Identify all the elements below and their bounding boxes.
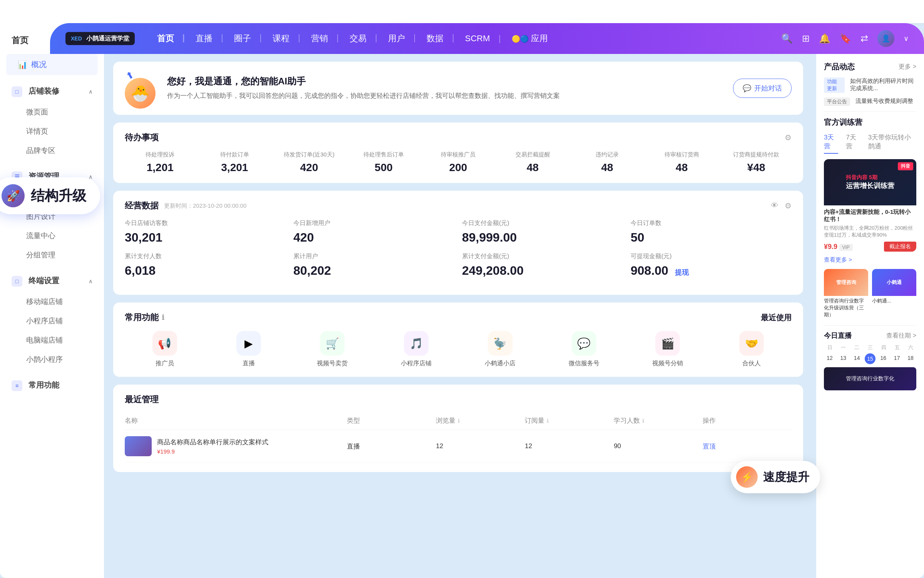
search-icon[interactable]: 🔍 [781, 33, 793, 44]
sync-icon[interactable]: ⇄ [860, 33, 868, 44]
speed-badge[interactable]: ⚡ 速度提升 [731, 461, 820, 493]
sidebar-item-traffic[interactable]: 流量中心 [0, 226, 104, 245]
product-updates: 产品动态 更多 > 功能更新 如何高效的利用碎片时间完成系统... 平台公告 流… [824, 62, 916, 106]
miniprogram-shop-icon: 🎵 [404, 331, 429, 356]
partner-icon: 🤝 [739, 331, 764, 356]
sidebar-item-miniprogram[interactable]: 小鹊小程序 [0, 350, 104, 369]
todo-header: 待办事项 ⚙ [125, 132, 792, 143]
cal-day-13[interactable]: 13 [837, 353, 849, 364]
sidebar-item-overview[interactable]: 📊 概况 [6, 54, 98, 75]
withdraw-link[interactable]: 提现 [675, 269, 689, 276]
nav-item-course[interactable]: 课程 [262, 33, 300, 44]
sidebar-section-common-title[interactable]: ≡ 常用功能 [0, 375, 104, 397]
sidebar: 首页 📊 概况 □ 店铺装修 ∧ 微页面 详情页 品牌专区 ☰ 资源管理 ∧ 素… [0, 23, 104, 578]
price-group: ¥9.9 VIP [824, 243, 853, 251]
upgrade-badge[interactable]: 🚀 结构升级 [0, 177, 100, 214]
sidebar-item-micropage[interactable]: 微页面 [0, 102, 104, 122]
func-video-distribution[interactable]: 🎬 视频号分销 [628, 331, 708, 368]
product-updates-more[interactable]: 更多 > [899, 63, 916, 71]
nav-item-home[interactable]: 首页 [146, 33, 185, 44]
terminal-icon: □ [12, 276, 22, 287]
training-header: 官方训练营 [824, 117, 916, 128]
cal-day-12[interactable]: 12 [824, 353, 835, 364]
window-icon[interactable]: ⊞ [802, 33, 810, 44]
avatar[interactable]: 👤 [877, 30, 894, 47]
col-subscriptions: 订阅量 ℹ [525, 416, 614, 425]
cal-day-15-today[interactable]: 15 [865, 353, 875, 364]
sidebar-item-group[interactable]: 分组管理 [0, 245, 104, 265]
sidebar-item-pc-shop[interactable]: 电脑端店铺 [0, 331, 104, 350]
training-tab-3day[interactable]: 3天营 [824, 133, 838, 154]
func-partner[interactable]: 🤝 合伙人 [711, 331, 792, 368]
cal-day-16[interactable]: 16 [877, 353, 889, 364]
sidebar-item-detail[interactable]: 详情页 [0, 122, 104, 141]
todo-item-violation[interactable]: 违约记录 48 [572, 150, 643, 174]
top-action-button[interactable]: 置顶 [703, 443, 716, 450]
cal-day-17[interactable]: 17 [891, 353, 903, 364]
see-more-link[interactable]: 查看更多 > [824, 256, 916, 264]
xiaoque-shop-icon: 🦤 [488, 331, 512, 356]
todo-item-merchant[interactable]: 待审核订货商 48 [646, 150, 717, 174]
todo-item-promoter[interactable]: 待审核推广员 200 [423, 150, 494, 174]
todo-item-ship[interactable]: 待发货订单(近30天) 420 [274, 150, 345, 174]
sidebar-item-mobile-shop[interactable]: 移动端店铺 [0, 292, 104, 311]
func-video-sell[interactable]: 🛒 视频号卖货 [293, 331, 373, 368]
live-more-link[interactable]: 查看往期 > [886, 332, 916, 340]
register-button[interactable]: 截止报名 [884, 242, 916, 252]
cal-day-14[interactable]: 14 [851, 353, 863, 364]
product-update-item-0[interactable]: 功能更新 如何高效的利用碎片时间完成系统... [824, 77, 916, 93]
avatar-chevron-icon[interactable]: ∨ [904, 34, 909, 43]
func-live[interactable]: ▶ 直播 [209, 331, 289, 368]
todo-title: 待办事项 [125, 132, 159, 143]
todo-settings-icon[interactable]: ⚙ [785, 133, 792, 142]
stats-new-users: 今日新增用户 420 [293, 219, 454, 245]
calendar-headers: 日 一 二 三 四 五 六 [824, 344, 916, 351]
todo-item-payment[interactable]: 待付款订单 3,201 [199, 150, 270, 174]
todo-item-merchant-pay[interactable]: 订货商提规待付款 ¥48 [721, 150, 792, 174]
nav-item-app[interactable]: 🟡🔵 应用 [501, 33, 559, 44]
thumb-card-1[interactable]: 小鹤通 小鹤通... [872, 269, 916, 320]
sidebar-item-miniprogram-shop[interactable]: 小程序店铺 [0, 311, 104, 331]
nav-item-circle[interactable]: 圈子 [223, 33, 262, 44]
product-update-item-1[interactable]: 平台公告 流量账号收费规则调整 [824, 97, 916, 106]
todo-item-after-sale[interactable]: 待处理售后订单 500 [348, 150, 419, 174]
visibility-icon[interactable]: 👁 [771, 201, 778, 210]
func-xiaoque-shop[interactable]: 🦤 小鹤通小店 [460, 331, 540, 368]
row-views: 12 [436, 442, 525, 450]
vip-tag: VIP [839, 244, 853, 251]
bookmark-icon[interactable]: 🔖 [840, 33, 851, 44]
settings-icon[interactable]: ⚙ [785, 201, 792, 210]
product-updates-header: 产品动态 更多 > [824, 62, 916, 72]
common-section: 常用功能 ℹ 最近使用 📢 推广员 ▶ 直播 🛒 视频号卖货 🎵 小程序店铺 [113, 302, 803, 377]
product-updates-title: 产品动态 [824, 62, 855, 72]
training-tab-7day[interactable]: 7天营 [846, 133, 860, 154]
func-miniprogram-shop[interactable]: 🎵 小程序店铺 [376, 331, 456, 368]
row-learners: 90 [614, 442, 703, 450]
logo-xed: XED [71, 35, 82, 42]
nav-item-marketing[interactable]: 营销 [300, 33, 339, 44]
info-icon: ℹ [162, 313, 164, 322]
sidebar-section-terminal-title[interactable]: □ 终端设置 ∧ [0, 270, 104, 292]
logo-area[interactable]: XED 小鹊通运营学堂 [65, 32, 135, 45]
todo-item-complaint[interactable]: 待处理投诉 1,201 [125, 150, 196, 174]
training-tab-xiaoque[interactable]: 3天带你玩转小鹊通 [868, 133, 916, 154]
cal-header-tue: 二 [851, 344, 862, 351]
nav-item-user[interactable]: 用户 [377, 33, 416, 44]
top-nav: XED 小鹊通运营学堂 首页 直播 圈子 课程 营销 交易 用户 数据 SCRM… [50, 23, 924, 54]
func-wechat-service[interactable]: 💬 微信服务号 [544, 331, 624, 368]
stats-grid-2: 累计支付人数 6,018 累计用户 80,202 累计支付金额(元) 249,2… [125, 252, 792, 278]
nav-item-live[interactable]: 直播 [185, 33, 223, 44]
func-promoter[interactable]: 📢 推广员 [125, 331, 205, 368]
sidebar-item-brand[interactable]: 品牌专区 [0, 141, 104, 160]
bell-icon[interactable]: 🔔 [819, 33, 830, 44]
recent-manage-section: 最近管理 名称 类型 浏览量 ℹ 订阅量 ℹ 学习人数 ℹ 操作 [113, 385, 803, 472]
stats-section: 经营数据 更新时间：2023-10-20 00:00:00 👁 ⚙ 今日店铺访客… [113, 191, 803, 295]
nav-item-scrm[interactable]: SCRM [454, 34, 501, 44]
cal-day-18[interactable]: 18 [905, 353, 916, 364]
nav-item-data[interactable]: 数据 [416, 33, 454, 44]
nav-item-trade[interactable]: 交易 [339, 33, 377, 44]
thumb-card-0[interactable]: 管理咨询 管理咨询行业数字化升级训练营（三期） [824, 269, 868, 320]
sidebar-section-shop-title[interactable]: □ 店铺装修 ∧ [0, 81, 104, 102]
todo-item-intercept[interactable]: 交易拦截提醒 48 [497, 150, 568, 174]
ai-chat-button[interactable]: 💬 开始对话 [733, 79, 792, 98]
